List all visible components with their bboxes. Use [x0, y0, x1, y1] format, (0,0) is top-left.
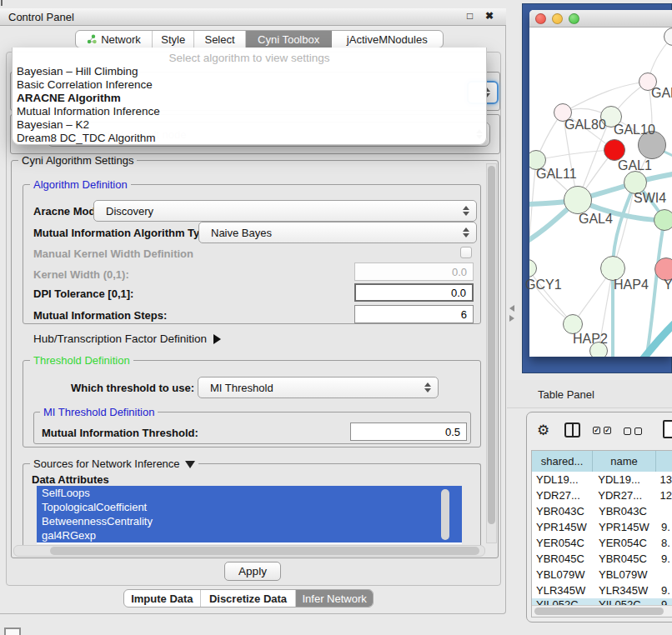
table-cell: YDL19...	[592, 473, 654, 486]
tab-jactivemnodules[interactable]: jActiveMNodules	[332, 31, 443, 48]
network-node-label: GAL	[651, 86, 672, 101]
table-cell: YLR345W	[593, 584, 656, 597]
bottom-tabbar: Impute Data Discretize Data Infer Networ…	[123, 589, 374, 608]
table-cell: YBL079W	[532, 568, 593, 581]
tab-infer-network[interactable]: Infer Network	[296, 590, 373, 607]
node-table: shared... name YDL19...YDL19...13YDR27..…	[531, 450, 672, 618]
list-item[interactable]: TopologicalCoefficient	[37, 500, 462, 514]
attributes-scrollbar-thumb[interactable]	[441, 489, 449, 540]
column-header-name[interactable]: name	[593, 451, 656, 472]
manual-kernel-width-checkbox[interactable]	[460, 247, 472, 258]
network-node-label: GAL4	[579, 212, 613, 227]
table-horizontal-scrollbar[interactable]	[532, 605, 672, 617]
network-node-label: GAL11	[536, 167, 577, 182]
popup-prompt: Select algorithm to view settings	[13, 52, 486, 64]
close-window-icon[interactable]	[535, 13, 546, 24]
table-row[interactable]: YDR27...YDR27...12	[532, 488, 672, 503]
popup-item[interactable]: ARACNE Algorithm	[17, 92, 121, 104]
table-cell: YDL19...	[532, 473, 592, 486]
table-cell: YPR145W	[593, 521, 656, 533]
list-item[interactable]: BetweennessCentrality	[37, 514, 462, 528]
table-cell: YDR27...	[592, 489, 654, 502]
popup-item[interactable]: Bayesian – K2	[17, 118, 89, 131]
which-threshold-combobox[interactable]: MI Threshold	[198, 377, 439, 398]
table-cell: YER054C	[593, 537, 656, 549]
zoom-window-icon[interactable]	[569, 13, 579, 24]
table-cell: YPR145W	[532, 521, 593, 533]
table-row[interactable]: YER054CYER054C8.	[532, 535, 672, 551]
dpi-tolerance-label: DPI Tolerance [0,1]:	[33, 288, 133, 300]
document-icon[interactable]	[663, 420, 672, 438]
which-threshold-label: Which threshold to use:	[71, 382, 194, 394]
table-cell: YBR043C	[593, 505, 656, 518]
network-node-label: HAP2	[573, 332, 608, 347]
tab-impute-data[interactable]: Impute Data	[124, 590, 201, 607]
mi-steps-field[interactable]: 6	[354, 305, 474, 323]
table-row[interactable]: YBR045CYBR045C9.	[532, 551, 672, 567]
hub-definition-toggle[interactable]: Hub/Transcription Factor Definition	[33, 332, 221, 345]
screen: Control Panel □ ✖ Network Style Select C…	[0, 0, 672, 635]
mi-threshold-definition-title: MI Threshold Definition	[40, 407, 158, 418]
float-panel-icon[interactable]: □	[467, 10, 473, 22]
network-node[interactable]	[564, 186, 592, 214]
control-panel-tabbar: Network Style Select Cyni Toolbox jActiv…	[75, 30, 444, 48]
sources-toggle[interactable]: Sources for Network Inference	[30, 458, 198, 469]
table-cell: 12	[655, 489, 672, 502]
popup-item[interactable]: Mutual Information Inference	[17, 105, 160, 118]
network-window-titlebar[interactable]	[529, 10, 672, 28]
popup-item[interactable]: Dream8 DC_TDC Algorithm	[17, 132, 156, 144]
floating-panel-partial-icon[interactable]	[4, 628, 21, 635]
gear-icon[interactable]: ⚙	[537, 422, 549, 439]
table-row[interactable]: YBR043CYBR043C	[532, 503, 672, 519]
popup-item[interactable]: Bayesian – Hill Climbing	[17, 65, 138, 78]
splitter-collapse-right-icon[interactable]	[509, 315, 514, 322]
settings-vertical-scrollbar-thumb[interactable]	[488, 166, 495, 524]
mi-steps-label: Mutual Information Steps:	[33, 309, 167, 322]
aracne-mode-combobox[interactable]: Discovery	[93, 200, 477, 222]
data-attributes-label: Data Attributes	[32, 473, 109, 486]
table-row[interactable]: YLR345WYLR345W9.	[532, 582, 672, 598]
settings-horizontal-scrollbar-thumb[interactable]	[50, 547, 479, 555]
table-cell: YDR27...	[532, 489, 592, 502]
collapsed-arrow-icon	[213, 334, 221, 344]
network-node-label: SWI4	[634, 191, 666, 206]
tab-style[interactable]: Style	[153, 31, 194, 48]
dpi-tolerance-field[interactable]: 0.0	[354, 283, 474, 302]
table-cell: 8.	[656, 537, 670, 549]
minimize-window-icon[interactable]	[552, 13, 563, 24]
splitter-collapse-left-icon[interactable]	[509, 305, 514, 312]
column-header-shared[interactable]: shared...	[532, 451, 593, 472]
column-header-partial[interactable]	[656, 451, 672, 472]
table-row[interactable]: YBL079WYBL079W	[532, 567, 672, 582]
table-row[interactable]: YDL19...YDL19...13	[532, 472, 672, 488]
table-rows: YDL19...YDL19...13YDR27...YDR27...12YBR0…	[532, 472, 672, 598]
tab-cyni-toolbox[interactable]: Cyni Toolbox	[246, 31, 332, 48]
kernel-width-field[interactable]: 0.0	[354, 262, 474, 281]
table-horizontal-scrollbar-thumb[interactable]	[534, 608, 664, 615]
table-header-row: shared... name	[532, 451, 672, 472]
columns-icon[interactable]	[564, 422, 580, 438]
list-item[interactable]: SelfLoops	[37, 486, 462, 500]
mi-threshold-field[interactable]: 0.5	[350, 422, 467, 441]
apply-button[interactable]: Apply	[224, 562, 281, 581]
table-cell: 9.	[656, 552, 670, 565]
control-panel-header[interactable]	[0, 8, 506, 26]
tab-select[interactable]: Select	[194, 31, 245, 48]
manual-kernel-width-label: Manual Kernel Width Definition	[33, 248, 193, 260]
tab-network[interactable]: Network	[76, 31, 153, 48]
network-node[interactable]	[654, 209, 672, 231]
checked-boxes-icon[interactable]: ✓✓	[593, 427, 611, 434]
table-cell: YBR045C	[593, 552, 656, 565]
expanded-arrow-icon	[185, 461, 195, 468]
popup-item[interactable]: Basic Correlation Inference	[17, 78, 153, 91]
list-item[interactable]: gal4RGexp	[37, 528, 462, 542]
threshold-definition-title: Threshold Definition	[30, 355, 133, 366]
close-panel-icon[interactable]: ✖	[485, 10, 494, 22]
mi-algorithm-type-combobox[interactable]: Naive Bayes	[198, 222, 477, 243]
tab-discretize-data[interactable]: Discretize Data	[201, 590, 296, 607]
algorithm-definition-title: Algorithm Definition	[30, 179, 131, 190]
mi-algorithm-type-label: Mutual Information Algorithm Type:	[33, 227, 216, 239]
data-attributes-list: SelfLoopsTopologicalCoefficientBetweenne…	[37, 486, 462, 544]
table-row[interactable]: YPR145WYPR145W9.	[532, 519, 672, 535]
unchecked-boxes-icon[interactable]	[624, 428, 642, 435]
